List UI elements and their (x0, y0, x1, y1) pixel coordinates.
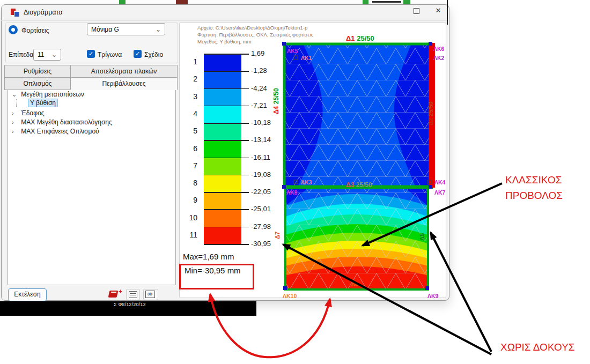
legend-tick (204, 175, 249, 176)
legend-tick (204, 140, 249, 141)
plot-header-file: Αρχείο: C:\Users\ilias\Desktop\ΔΟκιμη\Te… (197, 25, 307, 31)
load-case-value: Μόνιμα G (91, 26, 119, 33)
legend-tick (204, 88, 249, 90)
levels-value: 11 (38, 51, 44, 58)
legend-boundary-value: -25,01 (251, 205, 271, 213)
legend-tick (204, 227, 249, 228)
chevron-down-icon: ⌄ (156, 26, 161, 33)
legend-boundary-value: -1,28 (251, 66, 267, 75)
app-icon (11, 8, 19, 16)
levels-label: Επίπεδα (9, 51, 33, 58)
legend-boundary-value: 1,69 (251, 49, 264, 57)
legend-band (204, 88, 241, 106)
legend-band (204, 71, 241, 88)
tree-item-displacements[interactable]: ⌄ Μεγέθη μετατοπίσεων (12, 91, 84, 98)
loads-radio-label: Φορτίσεις (21, 27, 49, 34)
legend-boundary-value: -27,98 (251, 222, 271, 231)
legend-boundary-value: -22,05 (251, 188, 271, 196)
tab-slab-results[interactable]: Αποτελέσματα πλακών (70, 65, 178, 78)
legend-tick (204, 106, 249, 107)
tree-item-max-reinforcement[interactable]: › MAX Επιφάνειες Οπλισμού (12, 128, 99, 135)
selected-tree-item: Y βύθιση (28, 99, 58, 107)
legend-boundary-value: -19,08 (251, 170, 271, 179)
legend-level-number: 9 (180, 196, 197, 204)
chevron-collapsed-icon: › (12, 110, 19, 116)
background-artifact (372, 1, 401, 3)
legend-boundary-value: -10,18 (251, 118, 271, 127)
legend-level-number: 1 (180, 57, 197, 66)
chevron-collapsed-icon: › (12, 128, 19, 135)
screen: Διαγράμματα ✕ Φορτίσεις Μόνιμα G ⌄ Επίπε… (0, 0, 590, 364)
legend-band (204, 192, 241, 210)
background-artifact (403, 0, 410, 4)
tree-item-max-design[interactable]: › MAX Μεγέθη διαστασιολόγησης (12, 118, 112, 126)
legend-tick (204, 71, 249, 72)
legend-level-number: 3 (180, 92, 197, 101)
chevron-collapsed-icon: › (12, 119, 19, 125)
legend-level-number: 4 (180, 109, 197, 118)
levels-dropdown[interactable]: 11 ⌄ (33, 49, 61, 61)
legend-tick (204, 54, 249, 55)
legend-level-number: 7 (180, 161, 197, 170)
legend-level-number: 6 (180, 144, 197, 153)
triangles-checkbox-label: Τρίγωνα (98, 51, 122, 58)
legend-tick (204, 209, 249, 210)
legend-band (204, 227, 241, 244)
triangles-checkbox[interactable]: ✓ (87, 50, 95, 58)
legend-band (204, 209, 241, 227)
tab-settings[interactable]: Ρυθμίσεις (4, 65, 71, 78)
plot-header-quantity: Μέγεθος: Y βύθιση, mm (197, 39, 252, 44)
legend-boundary-value: -16,11 (251, 153, 270, 161)
background-artifact (176, 0, 188, 4)
legend-tick (204, 158, 249, 159)
background-artifact (119, 0, 126, 4)
chevron-down-icon: ⌄ (51, 51, 57, 58)
window-title: Διαγράμματα (24, 9, 63, 16)
annotation-no-beams: ΧΩΡΙΣ ΔΟΚΟΥΣ (500, 339, 575, 355)
drawing-checkbox-label: Σχέδιο (144, 51, 163, 58)
load-case-dropdown[interactable]: Μόνιμα G ⌄ (87, 23, 165, 35)
legend-tick (204, 123, 249, 124)
background-artifact (363, 0, 368, 4)
chevron-expanded-icon: ⌄ (12, 91, 19, 98)
tree-item-y-deflection[interactable]: Y βύθιση (28, 99, 58, 107)
3d-view-icon[interactable]: 3D (143, 289, 158, 300)
tab-envelopes[interactable]: Περιβάλλουσες (70, 77, 178, 90)
legend-boundary-value: -30,95 (251, 240, 271, 248)
drawing-checkbox[interactable]: ✓ (134, 50, 142, 58)
tree-guide-line (16, 99, 17, 107)
legend-band (204, 106, 241, 123)
legend-tick (204, 192, 249, 193)
table-icon[interactable] (126, 289, 140, 300)
legend-band (204, 140, 241, 158)
close-button[interactable]: ✕ (432, 5, 444, 17)
legend-band (204, 123, 241, 140)
legend-band (204, 158, 241, 175)
statusbar-text: Σ Φ8/12/20/12 (114, 302, 146, 307)
maximize-icon (414, 8, 419, 14)
titlebar-separator (1, 20, 448, 21)
legend-level-number: 2 (180, 75, 197, 83)
background-artifact (447, 0, 448, 25)
legend-level-number: 10 (180, 213, 197, 222)
max-value-label: Max=1,69 mm (183, 252, 234, 261)
legend-boundary-value: -7,21 (251, 101, 267, 109)
legend-level-number: 5 (180, 127, 197, 135)
legend-boundary-value: -13,14 (251, 136, 271, 144)
report-book-icon[interactable]: + (108, 288, 122, 299)
legend-band (204, 54, 241, 71)
min-value-label: Min=-30,95 mm (185, 266, 241, 275)
loads-radio[interactable] (9, 25, 18, 34)
legend-level-number: 8 (180, 179, 197, 187)
legend-band (204, 175, 241, 192)
tab-reinforcement[interactable]: Οπλισμός (4, 77, 71, 90)
legend-boundary-value: -4,24 (251, 84, 267, 92)
legend-level-number: 11 (180, 231, 197, 239)
legend-tick (204, 244, 249, 245)
tree-item-soil[interactable]: › Έδαφος (12, 109, 45, 117)
plot-header-load: Φόρτιση: Περιβάλλουσες: ΟΚΛ, Σεισμικές φ… (197, 32, 313, 38)
maximize-button[interactable] (410, 5, 422, 17)
execute-button[interactable]: Εκτέλεση (8, 288, 47, 301)
annotation-classic-cantilever: ΚΛΑΣΣΙΚΟΣ ΠΡΟΒΟΛΟΣ (505, 172, 563, 203)
